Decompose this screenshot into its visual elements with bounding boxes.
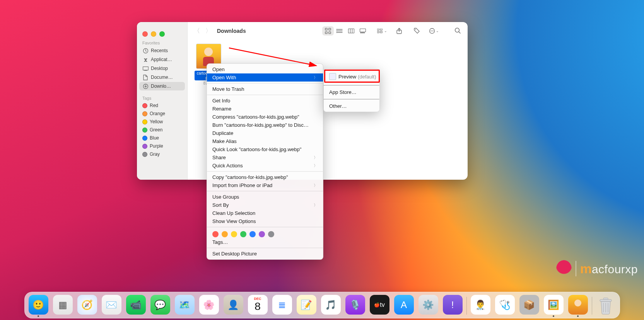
- sidebar-tag-label: Orange: [150, 111, 165, 116]
- dock-app-mail[interactable]: ✉️: [102, 295, 121, 315]
- dock-trash[interactable]: [596, 295, 616, 315]
- dock-app-sys-info[interactable]: 👨‍⚕️: [471, 295, 490, 315]
- preview-app-icon: [329, 73, 336, 80]
- view-list-button[interactable]: [334, 26, 345, 36]
- menu-separator: [324, 99, 379, 100]
- sidebar-item-doc[interactable]: Docume…: [139, 73, 185, 82]
- menu-item[interactable]: Get Info: [207, 97, 323, 105]
- sidebar-item-clock[interactable]: Recents: [139, 46, 185, 55]
- menu-item-label: Get Info: [212, 98, 230, 104]
- menu-item[interactable]: Quick Look "cartoons-for-kids.jpg.webp": [207, 145, 323, 153]
- watermark-text: acfourxp: [592, 263, 638, 276]
- sidebar-item-desk[interactable]: Desktop: [139, 64, 185, 73]
- close-button[interactable]: [142, 31, 148, 37]
- menu-item[interactable]: Tags…: [207, 238, 323, 246]
- menu-item[interactable]: Open With〉: [207, 73, 323, 82]
- sidebar-tag-red[interactable]: Red: [139, 102, 185, 109]
- dock-app-finder[interactable]: 🙂: [29, 295, 48, 315]
- minimize-button[interactable]: [151, 31, 156, 37]
- svg-line-32: [459, 32, 460, 33]
- dock-app-appstore[interactable]: A: [394, 295, 414, 315]
- dock-separator: [466, 297, 467, 315]
- menu-item[interactable]: Burn "cartoons-for-kids.jpg.webp" to Dis…: [207, 121, 323, 129]
- dock-app-podcasts[interactable]: 🎙️: [345, 295, 365, 315]
- menu-item[interactable]: Make Alias: [207, 137, 323, 145]
- tag-color-dot[interactable]: [231, 231, 237, 237]
- tag-color-dot[interactable]: [222, 231, 228, 237]
- dock-app-safari[interactable]: 🧭: [77, 295, 97, 315]
- dock-app-messages[interactable]: 💬: [150, 295, 170, 315]
- dock-app-maps[interactable]: 🗺️: [175, 295, 195, 315]
- dock-app-opened-image[interactable]: [568, 295, 588, 315]
- dock-app-calendar[interactable]: DEC8: [248, 295, 268, 315]
- doc-icon: [142, 74, 149, 80]
- menu-item[interactable]: Rename: [207, 105, 323, 113]
- dock-app-notes[interactable]: 📝: [297, 295, 316, 315]
- context-menu: OpenOpen With〉Move to TrashGet InfoRenam…: [207, 63, 323, 260]
- clock-icon: [142, 48, 149, 54]
- sidebar-tag-orange[interactable]: Orange: [139, 110, 185, 117]
- view-icon-button[interactable]: [322, 26, 334, 36]
- menu-item-label: Burn "cartoons-for-kids.jpg.webp" to Dis…: [212, 122, 309, 128]
- menu-item[interactable]: Show View Options: [207, 217, 323, 225]
- dock-app-music[interactable]: 🎵: [321, 295, 341, 315]
- sidebar-tag-purple[interactable]: Purple: [139, 142, 185, 150]
- tag-color-dot[interactable]: [212, 231, 219, 237]
- menu-item[interactable]: Open: [207, 65, 323, 73]
- dock-app-settings[interactable]: ⚙️: [419, 295, 438, 315]
- sidebar-tag-label: Blue: [150, 135, 159, 141]
- zoom-button[interactable]: [159, 31, 165, 37]
- dock-app-disk-util[interactable]: 🩺: [495, 295, 515, 315]
- menu-item[interactable]: Set Desktop Picture: [207, 250, 323, 258]
- submenu-item-appstore[interactable]: App Store…: [324, 88, 379, 96]
- dock-app-recent-app[interactable]: 📦: [519, 295, 539, 315]
- action-button[interactable]: ⌄: [429, 26, 439, 36]
- menu-item[interactable]: Share〉: [207, 153, 323, 162]
- view-gallery-button[interactable]: [357, 26, 369, 36]
- back-button[interactable]: 〈: [193, 27, 201, 35]
- sidebar-tag-blue[interactable]: Blue: [139, 134, 185, 142]
- dock-app-facetime[interactable]: 📹: [126, 295, 146, 315]
- group-button[interactable]: ⌄: [377, 26, 387, 36]
- menu-item-label: Clean Up Selection: [212, 210, 255, 216]
- watermark-logo-icon: [556, 260, 572, 277]
- menu-item[interactable]: Compress "cartoons-for-kids.jpg.webp": [207, 113, 323, 121]
- dock-app-reminders[interactable]: ≣: [272, 295, 292, 315]
- menu-item[interactable]: Sort By〉: [207, 201, 323, 209]
- menu-item[interactable]: Duplicate: [207, 129, 323, 137]
- dock-app-preview[interactable]: 🖼️: [544, 295, 564, 315]
- dock-app-photos[interactable]: 🌸: [199, 295, 219, 315]
- submenu-item-other[interactable]: Other…: [324, 102, 379, 110]
- dock-app-launchpad[interactable]: ▦: [53, 295, 73, 315]
- sidebar-tag-label: Green: [150, 127, 162, 133]
- submenu-item-preview[interactable]: Preview (default): [324, 71, 379, 82]
- menu-item[interactable]: Copy "cartoons-for-kids.jpg.webp": [207, 173, 323, 181]
- menu-item-label: Make Alias: [212, 138, 237, 144]
- tag-color-dot[interactable]: [268, 231, 274, 237]
- svg-rect-24: [380, 31, 382, 33]
- svg-rect-35: [603, 298, 608, 300]
- menu-item[interactable]: Use Groups: [207, 193, 323, 201]
- sidebar-tag-yellow[interactable]: Yellow: [139, 118, 185, 126]
- dock-app-feedback[interactable]: !: [443, 295, 463, 315]
- dock-app-contacts[interactable]: 👤: [224, 295, 243, 315]
- sidebar-tag-gray[interactable]: Gray: [139, 150, 185, 158]
- tag-color-dot[interactable]: [259, 231, 265, 237]
- svg-point-26: [415, 29, 416, 30]
- tag-color-dot[interactable]: [240, 231, 246, 237]
- search-button[interactable]: [454, 27, 461, 35]
- forward-button[interactable]: 〉: [205, 27, 212, 35]
- sidebar-item-dl[interactable]: Downlo…: [139, 82, 185, 90]
- tag-button[interactable]: [411, 26, 423, 36]
- menu-item[interactable]: Quick Actions〉: [207, 162, 323, 170]
- menu-item[interactable]: Move to Trash: [207, 85, 323, 93]
- menu-item[interactable]: Import from iPhone or iPad〉: [207, 181, 323, 189]
- tag-color-dot[interactable]: [249, 231, 256, 237]
- sidebar-tag-green[interactable]: Green: [139, 126, 185, 134]
- dock-app-tv[interactable]: 🍎tv: [370, 295, 389, 315]
- sidebar-section-favorites: Favorites: [137, 39, 187, 46]
- share-button[interactable]: [393, 26, 405, 36]
- view-column-button[interactable]: [345, 26, 357, 36]
- menu-item[interactable]: Clean Up Selection: [207, 209, 323, 217]
- sidebar-item-app[interactable]: Applicat…: [139, 55, 185, 64]
